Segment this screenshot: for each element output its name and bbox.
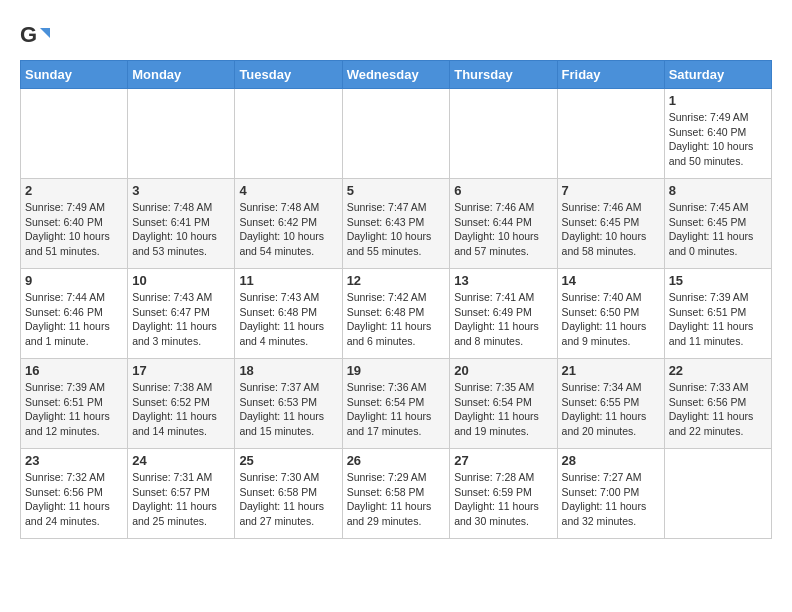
day-number: 25	[239, 453, 337, 468]
calendar-body: 1Sunrise: 7:49 AM Sunset: 6:40 PM Daylig…	[21, 89, 772, 539]
day-info: Sunrise: 7:41 AM Sunset: 6:49 PM Dayligh…	[454, 290, 552, 349]
calendar-cell: 8Sunrise: 7:45 AM Sunset: 6:45 PM Daylig…	[664, 179, 771, 269]
day-number: 2	[25, 183, 123, 198]
calendar-cell	[21, 89, 128, 179]
day-info: Sunrise: 7:40 AM Sunset: 6:50 PM Dayligh…	[562, 290, 660, 349]
header-friday: Friday	[557, 61, 664, 89]
day-info: Sunrise: 7:48 AM Sunset: 6:41 PM Dayligh…	[132, 200, 230, 259]
day-info: Sunrise: 7:38 AM Sunset: 6:52 PM Dayligh…	[132, 380, 230, 439]
calendar-cell: 14Sunrise: 7:40 AM Sunset: 6:50 PM Dayli…	[557, 269, 664, 359]
header-monday: Monday	[128, 61, 235, 89]
calendar-cell: 17Sunrise: 7:38 AM Sunset: 6:52 PM Dayli…	[128, 359, 235, 449]
logo-icon: G	[20, 20, 50, 50]
day-info: Sunrise: 7:39 AM Sunset: 6:51 PM Dayligh…	[669, 290, 767, 349]
day-info: Sunrise: 7:44 AM Sunset: 6:46 PM Dayligh…	[25, 290, 123, 349]
calendar-cell: 12Sunrise: 7:42 AM Sunset: 6:48 PM Dayli…	[342, 269, 450, 359]
calendar-header: SundayMondayTuesdayWednesdayThursdayFrid…	[21, 61, 772, 89]
day-info: Sunrise: 7:46 AM Sunset: 6:44 PM Dayligh…	[454, 200, 552, 259]
day-info: Sunrise: 7:37 AM Sunset: 6:53 PM Dayligh…	[239, 380, 337, 439]
day-info: Sunrise: 7:28 AM Sunset: 6:59 PM Dayligh…	[454, 470, 552, 529]
header-wednesday: Wednesday	[342, 61, 450, 89]
day-number: 23	[25, 453, 123, 468]
day-info: Sunrise: 7:29 AM Sunset: 6:58 PM Dayligh…	[347, 470, 446, 529]
calendar-cell: 26Sunrise: 7:29 AM Sunset: 6:58 PM Dayli…	[342, 449, 450, 539]
day-number: 7	[562, 183, 660, 198]
calendar-cell: 28Sunrise: 7:27 AM Sunset: 7:00 PM Dayli…	[557, 449, 664, 539]
page-header: G	[20, 20, 772, 50]
day-number: 20	[454, 363, 552, 378]
day-info: Sunrise: 7:34 AM Sunset: 6:55 PM Dayligh…	[562, 380, 660, 439]
day-number: 11	[239, 273, 337, 288]
day-number: 10	[132, 273, 230, 288]
calendar-cell: 19Sunrise: 7:36 AM Sunset: 6:54 PM Dayli…	[342, 359, 450, 449]
day-info: Sunrise: 7:42 AM Sunset: 6:48 PM Dayligh…	[347, 290, 446, 349]
day-info: Sunrise: 7:49 AM Sunset: 6:40 PM Dayligh…	[25, 200, 123, 259]
header-thursday: Thursday	[450, 61, 557, 89]
logo: G	[20, 20, 54, 50]
day-info: Sunrise: 7:31 AM Sunset: 6:57 PM Dayligh…	[132, 470, 230, 529]
day-number: 17	[132, 363, 230, 378]
day-info: Sunrise: 7:36 AM Sunset: 6:54 PM Dayligh…	[347, 380, 446, 439]
day-number: 1	[669, 93, 767, 108]
day-number: 27	[454, 453, 552, 468]
header-tuesday: Tuesday	[235, 61, 342, 89]
day-number: 12	[347, 273, 446, 288]
calendar-cell: 9Sunrise: 7:44 AM Sunset: 6:46 PM Daylig…	[21, 269, 128, 359]
calendar-cell: 10Sunrise: 7:43 AM Sunset: 6:47 PM Dayli…	[128, 269, 235, 359]
calendar-cell	[342, 89, 450, 179]
calendar-table: SundayMondayTuesdayWednesdayThursdayFrid…	[20, 60, 772, 539]
day-number: 6	[454, 183, 552, 198]
calendar-cell: 20Sunrise: 7:35 AM Sunset: 6:54 PM Dayli…	[450, 359, 557, 449]
day-info: Sunrise: 7:47 AM Sunset: 6:43 PM Dayligh…	[347, 200, 446, 259]
day-number: 18	[239, 363, 337, 378]
svg-marker-1	[40, 28, 50, 38]
day-info: Sunrise: 7:27 AM Sunset: 7:00 PM Dayligh…	[562, 470, 660, 529]
calendar-cell	[235, 89, 342, 179]
week-row-2: 2Sunrise: 7:49 AM Sunset: 6:40 PM Daylig…	[21, 179, 772, 269]
day-info: Sunrise: 7:43 AM Sunset: 6:48 PM Dayligh…	[239, 290, 337, 349]
calendar-cell: 24Sunrise: 7:31 AM Sunset: 6:57 PM Dayli…	[128, 449, 235, 539]
calendar-cell	[450, 89, 557, 179]
day-number: 5	[347, 183, 446, 198]
week-row-1: 1Sunrise: 7:49 AM Sunset: 6:40 PM Daylig…	[21, 89, 772, 179]
week-row-3: 9Sunrise: 7:44 AM Sunset: 6:46 PM Daylig…	[21, 269, 772, 359]
day-number: 19	[347, 363, 446, 378]
day-info: Sunrise: 7:35 AM Sunset: 6:54 PM Dayligh…	[454, 380, 552, 439]
day-number: 9	[25, 273, 123, 288]
day-number: 4	[239, 183, 337, 198]
day-info: Sunrise: 7:48 AM Sunset: 6:42 PM Dayligh…	[239, 200, 337, 259]
calendar-cell	[664, 449, 771, 539]
calendar-cell: 3Sunrise: 7:48 AM Sunset: 6:41 PM Daylig…	[128, 179, 235, 269]
day-info: Sunrise: 7:49 AM Sunset: 6:40 PM Dayligh…	[669, 110, 767, 169]
header-sunday: Sunday	[21, 61, 128, 89]
calendar-cell: 23Sunrise: 7:32 AM Sunset: 6:56 PM Dayli…	[21, 449, 128, 539]
day-number: 21	[562, 363, 660, 378]
day-info: Sunrise: 7:32 AM Sunset: 6:56 PM Dayligh…	[25, 470, 123, 529]
calendar-cell: 2Sunrise: 7:49 AM Sunset: 6:40 PM Daylig…	[21, 179, 128, 269]
day-number: 13	[454, 273, 552, 288]
calendar-cell: 1Sunrise: 7:49 AM Sunset: 6:40 PM Daylig…	[664, 89, 771, 179]
day-number: 26	[347, 453, 446, 468]
header-saturday: Saturday	[664, 61, 771, 89]
calendar-cell: 11Sunrise: 7:43 AM Sunset: 6:48 PM Dayli…	[235, 269, 342, 359]
calendar-cell	[128, 89, 235, 179]
svg-text:G: G	[20, 22, 37, 47]
day-number: 28	[562, 453, 660, 468]
day-number: 3	[132, 183, 230, 198]
day-number: 8	[669, 183, 767, 198]
day-info: Sunrise: 7:45 AM Sunset: 6:45 PM Dayligh…	[669, 200, 767, 259]
calendar-cell	[557, 89, 664, 179]
calendar-cell: 27Sunrise: 7:28 AM Sunset: 6:59 PM Dayli…	[450, 449, 557, 539]
calendar-cell: 18Sunrise: 7:37 AM Sunset: 6:53 PM Dayli…	[235, 359, 342, 449]
calendar-cell: 15Sunrise: 7:39 AM Sunset: 6:51 PM Dayli…	[664, 269, 771, 359]
calendar-cell: 16Sunrise: 7:39 AM Sunset: 6:51 PM Dayli…	[21, 359, 128, 449]
week-row-4: 16Sunrise: 7:39 AM Sunset: 6:51 PM Dayli…	[21, 359, 772, 449]
day-number: 15	[669, 273, 767, 288]
calendar-cell: 22Sunrise: 7:33 AM Sunset: 6:56 PM Dayli…	[664, 359, 771, 449]
day-info: Sunrise: 7:33 AM Sunset: 6:56 PM Dayligh…	[669, 380, 767, 439]
calendar-cell: 21Sunrise: 7:34 AM Sunset: 6:55 PM Dayli…	[557, 359, 664, 449]
calendar-cell: 13Sunrise: 7:41 AM Sunset: 6:49 PM Dayli…	[450, 269, 557, 359]
day-number: 24	[132, 453, 230, 468]
calendar-cell: 7Sunrise: 7:46 AM Sunset: 6:45 PM Daylig…	[557, 179, 664, 269]
calendar-cell: 6Sunrise: 7:46 AM Sunset: 6:44 PM Daylig…	[450, 179, 557, 269]
